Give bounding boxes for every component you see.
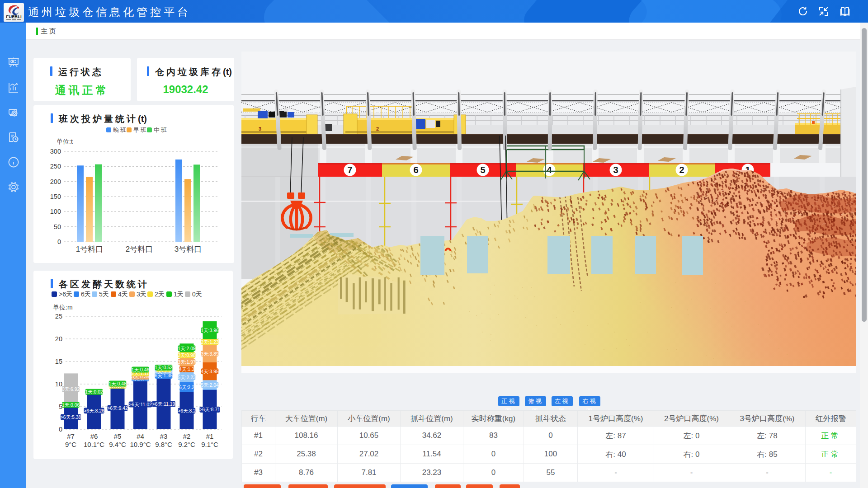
- svg-text:0天: 0天: [192, 291, 202, 298]
- svg-text:10.9°C: 10.9°C: [130, 441, 151, 448]
- svg-text:>6天:8.26: >6天:8.26: [84, 408, 104, 413]
- svg-text:9°C: 9°C: [65, 441, 76, 448]
- svg-text:250: 250: [50, 163, 61, 170]
- svg-text:>6天:5.38: >6天:5.38: [61, 414, 81, 420]
- svg-text:3天:1.97: 3天:1.97: [178, 359, 196, 365]
- svg-text:6天:2.2: 6天:2.2: [179, 385, 194, 390]
- svg-text:单位:m: 单位:m: [53, 304, 73, 311]
- svg-text:#1: #1: [206, 432, 214, 440]
- svg-text:1天:0.06: 1天:0.06: [62, 402, 80, 408]
- svg-text:4天:3.95: 4天:3.95: [201, 369, 219, 374]
- svg-text:4: 4: [547, 165, 552, 175]
- svg-text:0: 0: [59, 426, 62, 433]
- svg-text:4天:1.3: 4天:1.3: [179, 366, 194, 372]
- svg-text:3天:3.89: 3天:3.89: [201, 351, 219, 357]
- svg-text:150: 150: [50, 193, 61, 200]
- svg-text:2天:0.98: 2天:0.98: [178, 352, 196, 358]
- svg-text:3天: 3天: [137, 291, 146, 298]
- svg-text:200: 200: [50, 178, 61, 185]
- svg-text:5天:2.23: 5天:2.23: [178, 375, 196, 380]
- svg-text:#5: #5: [114, 432, 122, 440]
- svg-text:0天:6.92: 0天:6.92: [62, 386, 80, 392]
- svg-text:7: 7: [347, 165, 352, 175]
- svg-text:3: 3: [613, 165, 618, 175]
- svg-text:1天:0.46: 1天:0.46: [132, 367, 150, 372]
- svg-text:1天:2.09: 1天:2.09: [178, 346, 196, 351]
- svg-text:1天:0.48: 1天:0.48: [108, 381, 127, 386]
- svg-text:9.8°C: 9.8°C: [155, 441, 172, 448]
- svg-text:>6天:8.71: >6天:8.71: [199, 407, 220, 412]
- svg-text:5: 5: [480, 165, 485, 175]
- svg-text:1号料口: 1号料口: [76, 245, 103, 253]
- svg-text:单位:t: 单位:t: [57, 138, 73, 145]
- svg-text:#3: #3: [160, 432, 168, 440]
- svg-text:中班: 中班: [154, 127, 168, 133]
- svg-text:6: 6: [413, 165, 418, 175]
- svg-text:5天: 5天: [99, 291, 109, 298]
- svg-text:20: 20: [55, 335, 62, 343]
- svg-text:>6天:11.02: >6天:11.02: [129, 402, 152, 407]
- svg-text:2天:1.23: 2天:1.23: [201, 339, 219, 345]
- svg-text:#7: #7: [67, 432, 75, 440]
- svg-text:2: 2: [376, 126, 379, 131]
- svg-text:2天: 2天: [155, 291, 165, 298]
- svg-text:1天:0.02: 1天:0.02: [85, 389, 103, 394]
- svg-text:#2: #2: [183, 432, 191, 440]
- svg-text:#6: #6: [90, 432, 98, 440]
- svg-text:晚班: 晚班: [113, 127, 127, 133]
- svg-text:300: 300: [50, 148, 61, 155]
- svg-text:3: 3: [259, 126, 261, 131]
- svg-text:3号料口: 3号料口: [175, 245, 202, 253]
- svg-text:0: 0: [57, 238, 61, 245]
- svg-text:1天:3.96: 1天:3.96: [201, 328, 219, 333]
- svg-text:2号料口: 2号料口: [126, 245, 153, 253]
- svg-text:15: 15: [55, 358, 62, 365]
- svg-text:10.1°C: 10.1°C: [84, 441, 104, 448]
- svg-text:>6天:9.42: >6天:9.42: [107, 405, 128, 411]
- svg-text:FUERLI: FUERLI: [6, 14, 21, 19]
- svg-text:100: 100: [50, 208, 61, 215]
- svg-text:9.2°C: 9.2°C: [178, 441, 195, 448]
- svg-text:#4: #4: [137, 432, 144, 440]
- svg-text:>6天:11.19: >6天:11.19: [152, 401, 175, 407]
- svg-text:9.4°C: 9.4°C: [109, 441, 126, 448]
- svg-text:4天: 4天: [118, 291, 128, 298]
- svg-text:早班: 早班: [133, 127, 148, 133]
- svg-text:10: 10: [55, 380, 62, 388]
- svg-text:6天: 6天: [81, 291, 91, 298]
- svg-text:>6天:8.2: >6天:8.2: [178, 408, 196, 413]
- svg-text:2: 2: [679, 165, 684, 175]
- svg-text:9.1°C: 9.1°C: [201, 441, 218, 448]
- svg-text:1天:0.52: 1天:0.52: [155, 365, 173, 370]
- svg-text:50: 50: [54, 223, 61, 230]
- svg-text:5天:2.04: 5天:2.04: [201, 382, 219, 388]
- svg-text:25: 25: [55, 313, 62, 320]
- svg-text:>6天: >6天: [59, 291, 72, 298]
- svg-text:1天: 1天: [174, 291, 184, 298]
